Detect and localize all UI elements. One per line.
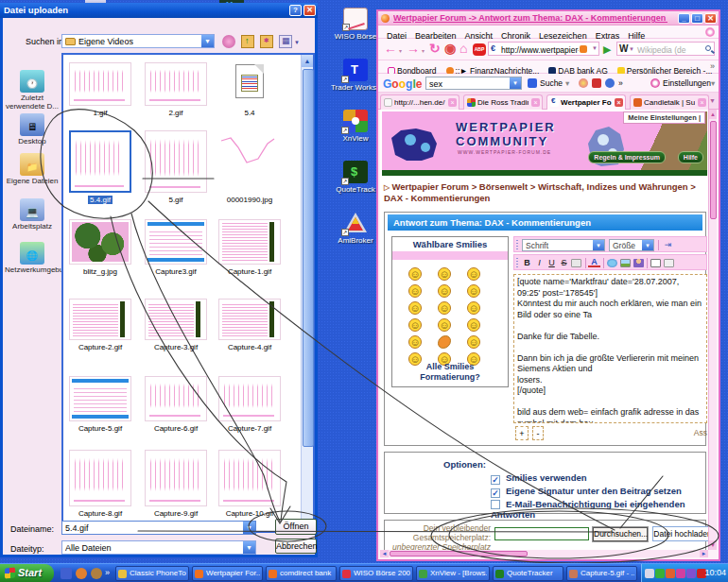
wikipedia-search[interactable]: W ▼ Wikipedia (de [616,42,715,56]
tab-list-dropdown[interactable]: ▼ [709,97,716,104]
views-icon[interactable] [279,35,292,48]
scroll-up-icon[interactable]: ▲ [709,110,717,119]
smiley-10[interactable]: ☺ [408,318,422,332]
rss-icon[interactable] [580,45,587,53]
tab-2[interactable]: Die Ross Tradin...× [463,94,543,110]
smiley-13[interactable]: ☺ [408,335,422,349]
back-dropdown[interactable]: ▾ [399,47,402,54]
tab-3[interactable]: Wertpapier Fo...× [546,94,626,110]
scroll-thumb[interactable] [303,69,314,447]
cancel-button[interactable]: Abbrechen [275,539,317,554]
quote-button[interactable] [650,259,661,267]
tab-close-icon[interactable]: × [448,98,457,107]
quick-launch-browser-icon[interactable] [61,568,72,579]
strikethrough-button[interactable]: S [558,257,570,269]
google-overflow[interactable]: » [618,78,623,88]
smiley-9[interactable]: ☺ [467,301,480,315]
start-button[interactable]: Start [0,564,54,582]
smiley-4[interactable]: ☺ [408,284,422,298]
smiley-6[interactable]: ☺ [467,284,480,298]
minimize-button[interactable]: _ [678,13,690,24]
smiley-8[interactable]: ☺ [438,301,451,315]
italic-button[interactable]: I [533,257,546,269]
scroll-up-icon[interactable]: ▲ [302,55,313,67]
file-item[interactable]: 5.4 [218,62,281,117]
tray-volume-icon[interactable] [645,569,654,578]
file-item[interactable]: Capture-7.gif [218,376,281,433]
smiley-1[interactable]: ☺ [408,267,422,281]
adblock-icon[interactable]: ABP [473,43,486,56]
scroll-right-icon[interactable]: ► [700,550,708,557]
file-item[interactable]: Capture-5.gif [69,376,131,433]
pagerank-icon[interactable] [592,78,601,88]
new-folder-icon[interactable] [260,35,273,48]
rules-button[interactable]: Regeln & Impressum [588,151,666,163]
task-wertpapier-for-[interactable]: Wertpapier For... [192,566,263,581]
filename-dropdown[interactable]: ▼ [243,522,255,534]
file-item[interactable]: Capture-3.gif [145,299,207,351]
url-dropdown[interactable]: ▼ [592,45,598,51]
smiley-5[interactable]: ☺ [438,284,451,298]
font-select[interactable]: Schrift▼ [522,239,605,251]
font-color-button[interactable]: A [588,257,600,267]
scroll-down-icon[interactable]: ▼ [709,540,717,550]
file-item[interactable]: 5.4.gif [69,130,131,204]
img-tag-button[interactable] [571,259,581,267]
search-engine-dropdown[interactable]: ▼ [629,46,634,52]
task-xnview-brows-[interactable]: XnView - [Brows... [416,566,490,581]
tab-1[interactable]: http://...hen.de/× [380,94,459,110]
search-icon[interactable] [705,45,711,51]
tray-xnview-icon[interactable] [676,569,685,578]
browser-title-bar[interactable]: Wertpapier Forum -> Antwort zum Thema: D… [378,11,719,26]
horizontal-scroll-thumb[interactable] [390,551,528,556]
desktop-icon-trader-workstat[interactable]: ↗Trader Workstat [331,59,380,92]
breadcrumb[interactable]: ▷ Wertpapier Forum > Börsenwelt > Wirtsc… [384,181,704,203]
code-button[interactable] [664,259,674,267]
tab-close-icon[interactable]: × [698,98,706,107]
smiley-3[interactable]: ☺ [467,267,480,281]
tab-4[interactable]: Candletalk | Suc...× [630,94,709,110]
upload-file-button[interactable]: Datei hochladen [652,526,708,541]
option-3[interactable]: E-Mail-Benachrichtigung bei eingehenden … [491,499,705,520]
google-search-input[interactable]: sex ▼ [425,77,522,90]
smiley-15[interactable]: ☺ [467,335,480,349]
checkbox[interactable] [491,500,500,509]
google-g-icon[interactable] [528,78,537,88]
tray-chart-icon[interactable] [666,569,675,578]
file-item[interactable]: Capture3.gif [145,219,207,276]
checkbox-checked[interactable]: ✓ [491,488,500,498]
sidebar-item-netzwerkumgebung[interactable]: Netzwerkumgebung [5,242,60,275]
task-classic-phonetools[interactable]: Classic PhoneTools [115,566,189,581]
tray-network-icon[interactable] [655,569,665,578]
file-item[interactable]: 2.gif [145,62,207,117]
file-item[interactable]: Capture-4.gif [218,299,281,351]
task-comdirect-bank-[interactable]: comdirect bank ... [266,566,337,581]
formatting-link[interactable]: Formatierung? [392,372,508,383]
underline-button[interactable]: U [546,257,558,269]
tray-scheduler-icon[interactable] [686,569,696,578]
desktop-icon-quotetrack[interactable]: ↗QuoteTrack [331,161,380,194]
back-button[interactable]: ← [384,42,397,56]
settings-dropdown[interactable]: ▾ [711,78,715,88]
bold-button[interactable]: B [521,257,533,269]
stop-button[interactable]: ◉ [444,42,456,56]
gear-icon[interactable] [650,78,660,88]
file-item[interactable]: blitz_g.jpg [69,219,131,276]
file-upload-field[interactable] [494,527,589,540]
google-search-dropdown[interactable]: ▼ [510,77,521,89]
file-item[interactable]: 00001990.jpg [218,130,281,204]
all-smilies-link[interactable]: Alle Smilies [392,362,508,372]
dialog-title-bar[interactable]: Datei uploaden ? ✕ [0,3,318,18]
smiley-11[interactable]: ☺ [438,318,451,332]
desktop-icon-xnview[interactable]: ↗XnView [331,110,380,143]
smiley-2[interactable]: ☺ [438,267,451,281]
file-item[interactable]: Capture-6.gif [145,376,207,433]
reload-button[interactable]: ↻ [429,42,441,56]
smiley-7[interactable]: ☺ [408,301,422,315]
close-icon[interactable]: ✕ [303,5,316,16]
share-icon[interactable] [605,78,615,88]
option-1[interactable]: ✓Smilies verwenden [491,472,587,485]
size-select[interactable]: Größe▼ [609,239,654,251]
vertical-scrollbar[interactable]: ▲ ▼ [708,110,717,550]
forward-dropdown[interactable]: ▾ [422,47,425,54]
